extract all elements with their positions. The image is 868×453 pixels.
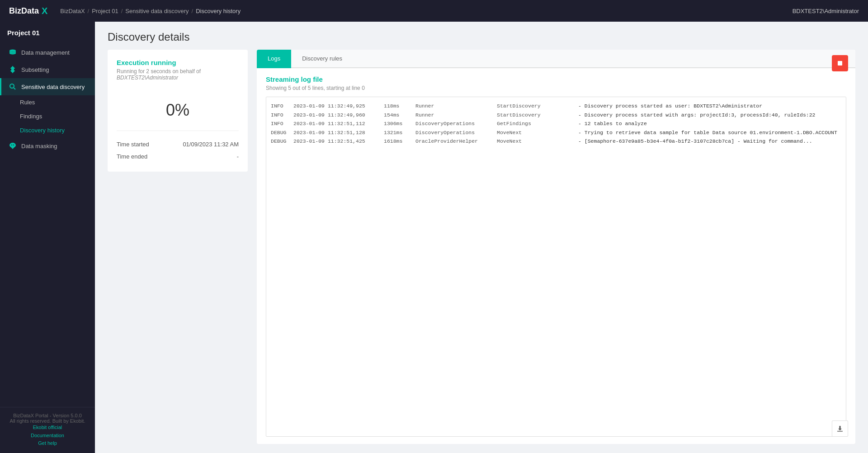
sidebar-sub-item-findings[interactable]: Findings [0,109,95,123]
main-content: Discovery details Execution running Runn… [95,22,868,453]
footer-link-docs[interactable]: Documentation [7,432,88,440]
info-row-ended: Time ended - [117,150,239,163]
logo-x: X [42,6,47,16]
execution-subtitle-text: Running for 2 seconds on behalf of [117,68,201,75]
sidebar-project: Project 01 [0,22,95,40]
progress-percent: 0% [117,101,239,120]
progress-container: 0% [117,92,239,131]
sidebar-nav: Data management Subsetting Sensitive dat… [0,40,95,407]
topnav-left: BizDataX BizDataX / Project 01 / Sensiti… [9,6,241,16]
sidebar-item-data-masking[interactable]: Data masking [0,137,95,154]
execution-subtitle: Running for 2 seconds on behalf of BDXTE… [117,68,239,81]
search-icon [9,83,17,91]
sidebar: Project 01 Data management Subsetting Se… [0,22,95,453]
page-header: Discovery details [95,22,868,50]
execution-title: Execution running [117,59,239,66]
breadcrumb-item-current: Discovery history [196,8,241,14]
database-icon [9,48,17,56]
log-line: INFO2023-01-09 11:32:49,960154msRunnerSt… [271,111,841,120]
log-title: Streaming log file [266,75,846,83]
svg-point-0 [9,50,16,52]
sidebar-item-data-management-label: Data management [21,49,70,56]
sidebar-item-data-management[interactable]: Data management [0,44,95,61]
log-subtitle: Showing 5 out of 5 lines, starting at li… [266,85,846,91]
time-ended-label: Time ended [117,153,147,160]
breadcrumb-item-project[interactable]: Project 01 [92,8,118,14]
log-line: DEBUG2023-01-09 11:32:51,4251618msOracle… [271,137,841,146]
breadcrumb-item-bizdatax[interactable]: BizDataX [60,8,85,14]
info-row-started: Time started 01/09/2023 11:32 AM [117,138,239,150]
right-panel: Logs Discovery rules Streaming log file … [257,50,855,444]
execution-user: BDXTEST2\Administrator [117,75,178,81]
log-content[interactable]: INFO2023-01-09 11:32:49,925118msRunnerSt… [266,97,846,437]
topnav: BizDataX BizDataX / Project 01 / Sensiti… [0,0,868,22]
mask-icon [9,142,17,150]
download-button[interactable] [832,420,848,437]
puzzle-icon [9,65,17,74]
footer-rights: All rights reserved. Built by Ekobit. [7,418,88,424]
app-body: Project 01 Data management Subsetting Se… [0,22,868,453]
stop-button[interactable] [832,55,848,71]
topnav-user: BDXTEST2\Administrator [793,8,859,14]
sidebar-item-sensitive-label: Sensitive data discovery [21,84,85,90]
sidebar-item-subsetting-label: Subsetting [21,66,49,73]
sidebar-sub-item-rules[interactable]: Rules [0,95,95,109]
execution-card: Execution running Running for 2 seconds … [108,50,248,172]
log-panel: Streaming log file Showing 5 out of 5 li… [257,68,855,444]
time-started-label: Time started [117,141,149,148]
tabs-bar: Logs Discovery rules [257,50,855,68]
page-title: Discovery details [108,31,855,43]
sidebar-sub-item-discovery-history[interactable]: Discovery history [0,123,95,137]
log-line: INFO2023-01-09 11:32:51,1121306msDiscove… [271,119,841,128]
breadcrumb-sep-2: / [121,8,123,14]
sidebar-footer: BizDataX Portal - Version 5.0.0 All righ… [0,407,95,453]
breadcrumb-sep-3: / [192,8,193,14]
logo-text: BizData [9,6,39,16]
footer-version: BizDataX Portal - Version 5.0.0 [7,413,88,418]
footer-link-ekobit[interactable]: Ekobit official [7,424,88,432]
svg-point-1 [10,84,14,88]
logo: BizDataX [9,6,47,16]
tab-logs[interactable]: Logs [257,50,291,68]
content-area: Execution running Running for 2 seconds … [95,50,868,453]
svg-line-2 [14,88,16,90]
footer-link-help[interactable]: Get help [7,439,88,448]
tab-discovery-rules[interactable]: Discovery rules [291,50,353,68]
svg-rect-3 [838,61,842,65]
sidebar-item-data-masking-label: Data masking [21,143,57,149]
time-started-value: 01/09/2023 11:32 AM [183,141,239,148]
breadcrumb-sep-1: / [88,8,90,14]
breadcrumb-item-sensitive[interactable]: Sensitive data discovery [125,8,189,14]
sidebar-item-subsetting[interactable]: Subsetting [0,61,95,78]
breadcrumb: BizDataX / Project 01 / Sensitive data d… [60,8,241,14]
time-ended-value: - [237,153,239,160]
sidebar-item-sensitive-data-discovery[interactable]: Sensitive data discovery [0,78,95,95]
log-line: DEBUG2023-01-09 11:32:51,1281321msDiscov… [271,128,841,137]
svg-rect-4 [837,431,843,432]
log-line: INFO2023-01-09 11:32:49,925118msRunnerSt… [271,102,841,111]
